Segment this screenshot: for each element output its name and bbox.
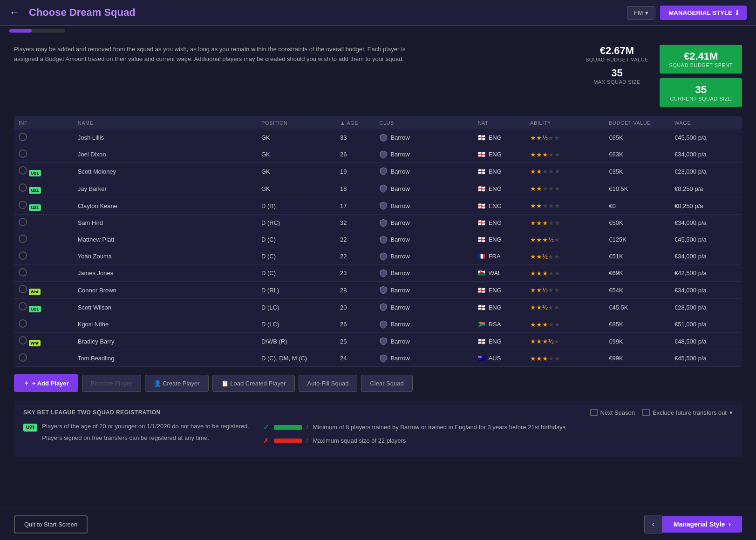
prev-nav-button[interactable]: ‹	[644, 515, 662, 533]
check-circle	[19, 268, 27, 277]
row-nationality: 🏴󠁧󠁢󠁥󠁮󠁧󠁿 ENG	[473, 333, 526, 350]
row-age: 28	[335, 282, 375, 299]
flag-icon: 🇦🇺	[478, 355, 485, 362]
table-row[interactable]: Wnt Bradley Barry D/WB (R) 25 Barrow 🏴󠁧󠁢…	[14, 333, 742, 350]
nat-cell: 🏴󠁧󠁢󠁥󠁮󠁧󠁿 ENG	[478, 168, 521, 175]
row-position: GK	[257, 129, 335, 146]
rule-1-check-icon: ✓	[263, 423, 269, 432]
col-header-nat[interactable]: NAT	[473, 116, 526, 129]
table-row[interactable]: Wnt Connor Brown D (RL) 28 Barrow 🏴󠁧󠁢󠁥󠁮󠁧…	[14, 282, 742, 299]
row-budget-value: €65K	[604, 129, 670, 146]
row-wage: €45,500 p/a	[670, 129, 742, 146]
nat-code: RSA	[489, 321, 501, 328]
nat-cell: 🏴󠁧󠁢󠁷󠁬󠁳󠁿 WAL	[478, 270, 521, 277]
row-inf	[14, 316, 73, 333]
badge-u21: U21	[29, 170, 41, 176]
clear-squad-button[interactable]: Clear Squad	[361, 375, 412, 392]
row-position: D (LC)	[257, 316, 335, 333]
row-name: Sam Hird	[73, 215, 257, 231]
club-name: Barrow	[390, 202, 409, 209]
row-ability: ★★½★★	[525, 248, 604, 265]
row-club: Barrow	[375, 146, 473, 163]
add-player-label: + Add Player	[32, 380, 69, 387]
col-header-club[interactable]: CLUB	[375, 116, 473, 129]
badge-u21: U21	[29, 306, 41, 312]
row-nationality: 🏴󠁧󠁢󠁥󠁮󠁧󠁿 ENG	[473, 282, 526, 299]
exclude-transfers-checkbox[interactable]	[642, 409, 650, 416]
col-header-budget-value[interactable]: BUDGET VALUE	[604, 116, 670, 129]
table-row[interactable]: U21 Jay Barker GK 18 Barrow 🏴󠁧󠁢󠁥󠁮󠁧󠁿 ENG	[14, 180, 742, 197]
managerial-style-footer-button[interactable]: Managerial Style ›	[662, 516, 742, 533]
row-position: D (R)	[257, 197, 335, 215]
table-row[interactable]: Joel Dixon GK 26 Barrow 🏴󠁧󠁢󠁥󠁮󠁧󠁿 ENG ★★★★…	[14, 146, 742, 163]
managerial-style-header-button[interactable]: MANAGERIAL STYLE ℹ	[660, 6, 747, 20]
rule-item-2: ✗ / Maximum squad size of 22 players	[263, 436, 733, 445]
row-wage: €45,500 p/a	[670, 350, 742, 367]
fm-menu-button[interactable]: FM ▾	[627, 6, 655, 20]
create-player-button[interactable]: 👤 Create Player	[145, 375, 209, 392]
row-club: Barrow	[375, 180, 473, 197]
u21-badge: U21	[23, 424, 37, 432]
table-row[interactable]: Sam Hird D (RC) 32 Barrow 🏴󠁧󠁢󠁥󠁮󠁧󠁿 ENG ★★…	[14, 215, 742, 231]
club-name: Barrow	[390, 253, 409, 260]
table-row[interactable]: U21 Scott Moloney GK 19 Barrow 🏴󠁧󠁢󠁥󠁮󠁧󠁿 E…	[14, 163, 742, 180]
col-header-age[interactable]: ▲ AGE	[335, 116, 375, 129]
expand-icon[interactable]: ▾	[729, 409, 733, 416]
row-nationality: 🏴󠁧󠁢󠁥󠁮󠁧󠁿 ENG	[473, 197, 526, 215]
row-position: D (C)	[257, 231, 335, 248]
row-budget-value: €125K	[604, 231, 670, 248]
table-row[interactable]: Josh Lillis GK 33 Barrow 🏴󠁧󠁢󠁥󠁮󠁧󠁿 ENG ★★½…	[14, 129, 742, 146]
table-row[interactable]: Yoan Zouma D (C) 22 Barrow 🇫🇷 FRA ★★½★★ …	[14, 248, 742, 265]
row-inf: Wnt	[14, 333, 73, 350]
next-season-checkbox[interactable]	[590, 409, 598, 416]
check-circle	[19, 251, 27, 260]
club-name: Barrow	[390, 355, 409, 362]
check-circle	[19, 336, 27, 344]
budget-value-stat: €2.67M SQUAD BUDGET VALUE	[579, 45, 654, 62]
col-header-ability[interactable]: ABILITY	[525, 116, 604, 129]
table-row[interactable]: Matthew Platt D (C) 22 Barrow 🏴󠁧󠁢󠁥󠁮󠁧󠁿 EN…	[14, 231, 742, 248]
table-row[interactable]: U21 Clayton Keane D (R) 17 Barrow 🏴󠁧󠁢󠁥󠁮󠁧…	[14, 197, 742, 215]
add-player-button[interactable]: ＋ + Add Player	[14, 374, 78, 392]
col-header-position[interactable]: POSITION	[257, 116, 335, 129]
row-age: 32	[335, 215, 375, 231]
col-header-name[interactable]: NAME	[73, 116, 257, 129]
nat-code: WAL	[489, 270, 502, 277]
club-cell: Barrow	[379, 320, 468, 329]
badge-u21: U21	[29, 204, 41, 211]
quit-to-start-button[interactable]: Quit to Start Screen	[14, 515, 88, 533]
row-wage: €8,250 p/a	[670, 197, 742, 215]
table-row[interactable]: James Jones D (C) 23 Barrow 🏴󠁧󠁢󠁷󠁬󠁳󠁿 WAL …	[14, 265, 742, 282]
col-header-inf[interactable]: INF	[14, 116, 73, 129]
row-inf: U21	[14, 180, 73, 197]
auto-fill-squad-button[interactable]: Auto-Fill Squad	[299, 375, 358, 392]
load-created-player-button[interactable]: 📋 Load Created Player	[212, 375, 295, 392]
row-wage: €23,000 p/a	[670, 163, 742, 180]
table-row[interactable]: U21 Scott Wilson D (LC) 20 Barrow 🏴󠁧󠁢󠁥󠁮󠁧…	[14, 299, 742, 316]
back-button[interactable]: ←	[9, 7, 20, 19]
row-nationality: 🏴󠁧󠁢󠁥󠁮󠁧󠁿 ENG	[473, 146, 526, 163]
row-budget-value: €0	[604, 197, 670, 215]
row-age: 23	[335, 265, 375, 282]
table-row[interactable]: Tom Beadling D (C), DM, M (C) 24 Barrow …	[14, 350, 742, 367]
row-ability: ★★½★★	[525, 129, 604, 146]
row-wage: €34,000 p/a	[670, 215, 742, 231]
row-name: Joel Dixon	[73, 146, 257, 163]
row-inf	[14, 265, 73, 282]
row-name: Scott Wilson	[73, 299, 257, 316]
col-header-wage[interactable]: WAGE	[670, 116, 742, 129]
row-position: D (C)	[257, 248, 335, 265]
table-row[interactable]: Kgosi Ntlhe D (LC) 26 Barrow 🇿🇦 RSA ★★★★…	[14, 316, 742, 333]
row-inf: U21	[14, 197, 73, 215]
club-cell: Barrow	[379, 150, 468, 159]
club-cell: Barrow	[379, 184, 468, 193]
nat-cell: 🏴󠁧󠁢󠁥󠁮󠁧󠁿 ENG	[478, 185, 521, 192]
remove-player-button[interactable]: Remove Player	[82, 375, 141, 392]
flag-icon: 🏴󠁧󠁢󠁥󠁮󠁧󠁿	[478, 236, 485, 243]
check-circle	[19, 149, 27, 158]
club-name: Barrow	[390, 321, 409, 328]
reg-note-1: Players of the age of 20 or younger on 1…	[42, 423, 249, 430]
stars-empty: ★★★	[542, 202, 560, 209]
stars-empty: ★★	[548, 270, 560, 277]
max-squad-label: MAX SQUAD SIZE	[579, 79, 654, 85]
